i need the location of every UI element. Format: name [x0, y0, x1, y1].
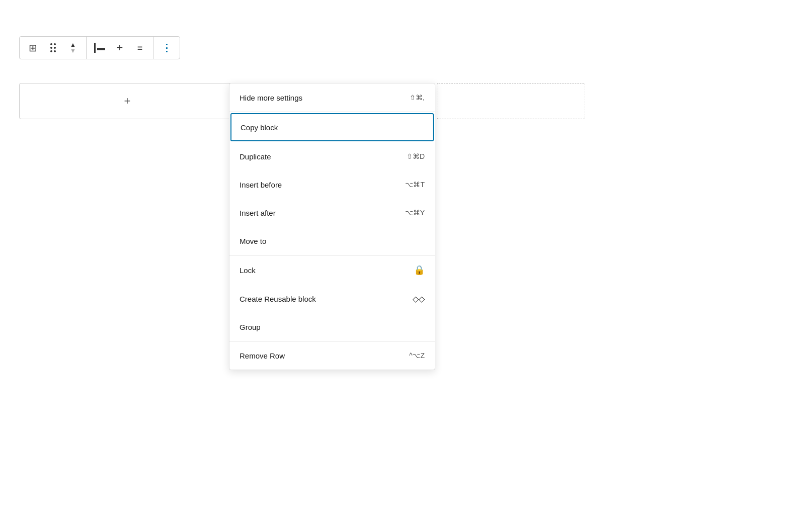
hide-settings-shortcut: ⇧⌘,	[410, 94, 425, 102]
hide-settings-label: Hide more settings	[240, 94, 302, 102]
duplicate-label: Duplicate	[240, 152, 271, 161]
menu-section-block-actions: Copy block Duplicate ⇧⌘D Insert before ⌥…	[229, 113, 435, 255]
insert-after-shortcut: ⌥⌘Y	[405, 209, 425, 217]
menu-item-copy-block[interactable]: Copy block	[230, 113, 434, 141]
menu-item-insert-after[interactable]: Insert after ⌥⌘Y	[229, 199, 435, 227]
menu-section-settings: Hide more settings ⇧⌘,	[229, 83, 435, 112]
lock-icon: 🔒	[414, 264, 425, 276]
menu-item-insert-before[interactable]: Insert before ⌥⌘T	[229, 170, 435, 199]
menu-item-hide-settings[interactable]: Hide more settings ⇧⌘,	[229, 83, 435, 112]
columns-toggle-button[interactable]: ⊞	[24, 37, 42, 59]
toolbar-group-block-controls: ▬ + ≡	[86, 37, 153, 59]
menu-item-duplicate[interactable]: Duplicate ⇧⌘D	[229, 142, 435, 170]
menu-section-block-management: Lock 🔒 Create Reusable block ◇◇ Group	[229, 255, 435, 341]
group-label: Group	[240, 323, 261, 331]
duplicate-shortcut: ⇧⌘D	[407, 152, 425, 160]
lock-label: Lock	[240, 266, 256, 275]
align-left-icon: ▬	[94, 43, 105, 53]
menu-item-remove-row[interactable]: Remove Row ^⌥Z	[229, 341, 435, 370]
align-wide-icon: ≡	[137, 43, 143, 53]
menu-section-row-actions: Remove Row ^⌥Z	[229, 341, 435, 370]
copy-block-label: Copy block	[241, 123, 278, 132]
toolbar-group-layout: ⊞ ▲ ▼	[20, 37, 86, 59]
block-toolbar: ⊞ ▲ ▼ ▬ + ≡ ⋮	[19, 36, 180, 59]
align-left-button[interactable]: ▬	[91, 37, 109, 59]
align-wide-button[interactable]: ≡	[131, 37, 149, 59]
toolbar-group-more: ⋮	[153, 37, 180, 59]
insert-before-label: Insert before	[240, 181, 282, 189]
drag-handle-button[interactable]	[44, 37, 62, 59]
move-updown-button[interactable]: ▲ ▼	[64, 37, 82, 59]
context-menu: Hide more settings ⇧⌘, Copy block Duplic…	[229, 83, 435, 370]
insert-after-label: Insert after	[240, 209, 276, 217]
block-row-container: +	[19, 83, 235, 119]
add-block-inline-button[interactable]: +	[124, 95, 131, 108]
create-reusable-label: Create Reusable block	[240, 295, 316, 303]
move-to-label: Move to	[240, 237, 266, 245]
remove-row-label: Remove Row	[240, 351, 285, 360]
add-inline-icon: +	[124, 95, 131, 107]
menu-item-move-to[interactable]: Move to	[229, 227, 435, 255]
columns-icon: ⊞	[29, 42, 37, 54]
more-options-button[interactable]: ⋮	[157, 37, 176, 59]
reusable-block-icon: ◇◇	[413, 294, 425, 304]
remove-row-shortcut: ^⌥Z	[409, 351, 425, 360]
menu-item-group[interactable]: Group	[229, 313, 435, 341]
add-block-button[interactable]: +	[111, 37, 129, 59]
menu-item-create-reusable[interactable]: Create Reusable block ◇◇	[229, 285, 435, 313]
insert-before-shortcut: ⌥⌘T	[405, 181, 425, 189]
updown-icon: ▲ ▼	[70, 42, 76, 54]
menu-item-lock[interactable]: Lock 🔒	[229, 255, 435, 285]
empty-block-placeholder	[437, 83, 585, 119]
drag-icon	[50, 43, 56, 52]
add-icon: +	[117, 41, 123, 54]
more-options-icon: ⋮	[162, 42, 172, 54]
